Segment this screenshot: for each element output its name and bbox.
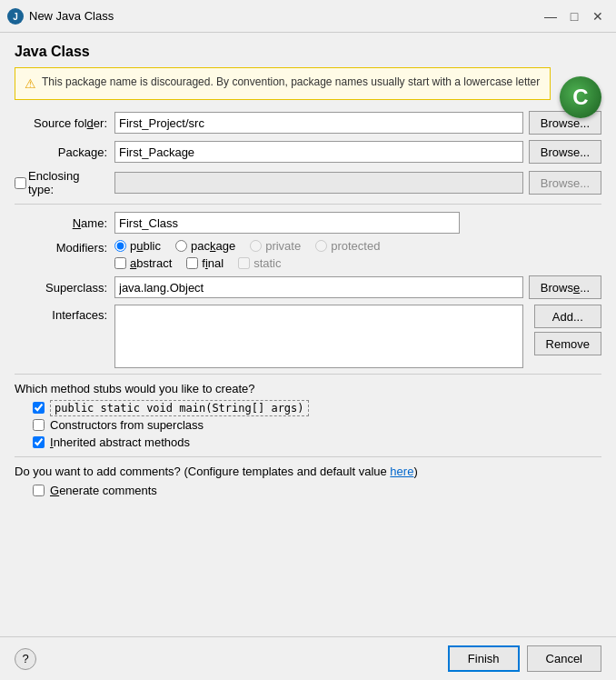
superclass-browse-button[interactable]: Browse...: [529, 275, 601, 299]
warning-text: This package name is discouraged. By con…: [42, 74, 540, 90]
enclosing-type-browse-button[interactable]: Browse...: [529, 171, 601, 195]
enclosing-type-input[interactable]: [114, 172, 523, 194]
stubs-section: Which method stubs would you like to cre…: [15, 374, 601, 449]
source-folder-row: Source folder: Browse...: [15, 111, 601, 135]
stub-main-row: public static void main(String[] args): [33, 401, 601, 415]
comments-title: Do you want to add comments? (Configure …: [15, 465, 601, 478]
modifier-final-label[interactable]: final: [186, 256, 224, 270]
modifier-protected-label[interactable]: protected: [315, 239, 380, 253]
cancel-button[interactable]: Cancel: [527, 645, 601, 672]
name-input[interactable]: [114, 212, 460, 234]
window-controls: — □ ✕: [540, 5, 609, 27]
superclass-label: Superclass:: [15, 281, 114, 295]
warning-message: ⚠ This package name is discouraged. By c…: [15, 67, 551, 100]
modifier-package-label[interactable]: package: [175, 239, 235, 253]
enclosing-type-label: Enclosing type:: [28, 169, 107, 196]
package-row: Package: Browse...: [15, 140, 601, 164]
help-button[interactable]: ?: [15, 648, 36, 670]
name-label: Name:: [15, 216, 114, 230]
finish-button[interactable]: Finish: [448, 645, 520, 672]
interfaces-label: Interfaces:: [15, 305, 114, 322]
modifier-private-radio[interactable]: [250, 240, 262, 252]
warning-icon: ⚠: [25, 75, 36, 94]
title-icon: J: [7, 8, 24, 25]
dialog-title: Java Class: [15, 44, 601, 60]
close-button[interactable]: ✕: [587, 5, 609, 27]
stubs-title: Which method stubs would you like to cre…: [15, 382, 601, 395]
stub-inherited-row: Inherited abstract methods: [33, 435, 601, 449]
interfaces-row: Interfaces: Add... Remove: [15, 305, 601, 368]
interfaces-remove-button[interactable]: Remove: [534, 332, 601, 355]
generate-comments-checkbox[interactable]: [33, 485, 45, 496]
source-folder-label: Source folder:: [15, 116, 114, 130]
package-input[interactable]: [114, 141, 523, 163]
svg-text:J: J: [13, 12, 18, 22]
stub-constructor-checkbox[interactable]: [33, 419, 45, 431]
stub-main-checkbox[interactable]: [33, 402, 45, 414]
stub-inherited-checkbox[interactable]: [33, 436, 45, 448]
generate-comments-label: Generate comments: [50, 484, 157, 497]
modifier-final-checkbox[interactable]: [186, 257, 198, 269]
comments-link[interactable]: here: [390, 465, 413, 478]
footer: ? Finish Cancel: [0, 636, 616, 680]
name-row: Name:: [15, 212, 601, 234]
source-folder-input[interactable]: [114, 112, 523, 134]
superclass-row: Superclass: Browse...: [15, 275, 601, 299]
modifier-package-radio[interactable]: [175, 240, 187, 252]
modifiers-label: Modifiers:: [15, 239, 114, 255]
logo-area: C: [560, 76, 601, 118]
modifier-public-radio[interactable]: [114, 240, 126, 252]
comments-section: Do you want to add comments? (Configure …: [15, 456, 601, 497]
modifier-protected-radio[interactable]: [315, 240, 327, 252]
package-browse-button[interactable]: Browse...: [529, 140, 601, 164]
interfaces-textarea[interactable]: [114, 305, 523, 368]
modifiers-section: Modifiers: public package private: [15, 239, 601, 270]
maximize-button[interactable]: □: [563, 5, 585, 27]
superclass-input[interactable]: [114, 276, 523, 298]
modifier-public-label[interactable]: public: [114, 239, 161, 253]
modifier-private-label[interactable]: private: [250, 239, 301, 253]
modifier-abstract-label[interactable]: abstract: [114, 256, 172, 270]
modifier-static-checkbox[interactable]: [238, 257, 250, 269]
window-title: New Java Class: [29, 9, 114, 23]
stub-constructor-row: Constructors from superclass: [33, 418, 601, 432]
generate-comments-row: Generate comments: [33, 484, 601, 497]
modifier-static-label[interactable]: static: [238, 256, 281, 270]
modifier-abstract-checkbox[interactable]: [114, 257, 126, 269]
stub-main-label: public static void main(String[] args): [50, 401, 309, 415]
interfaces-add-button[interactable]: Add...: [534, 305, 601, 328]
eclipse-logo: C: [560, 76, 601, 118]
minimize-button[interactable]: —: [540, 5, 561, 27]
enclosing-type-checkbox[interactable]: [15, 177, 26, 189]
package-label: Package:: [15, 145, 114, 159]
stub-inherited-label: Inherited abstract methods: [50, 435, 190, 449]
title-bar: J New Java Class — □ ✕: [0, 0, 616, 33]
stub-constructor-label: Constructors from superclass: [50, 418, 204, 432]
enclosing-type-row: Enclosing type: Browse...: [15, 169, 601, 196]
